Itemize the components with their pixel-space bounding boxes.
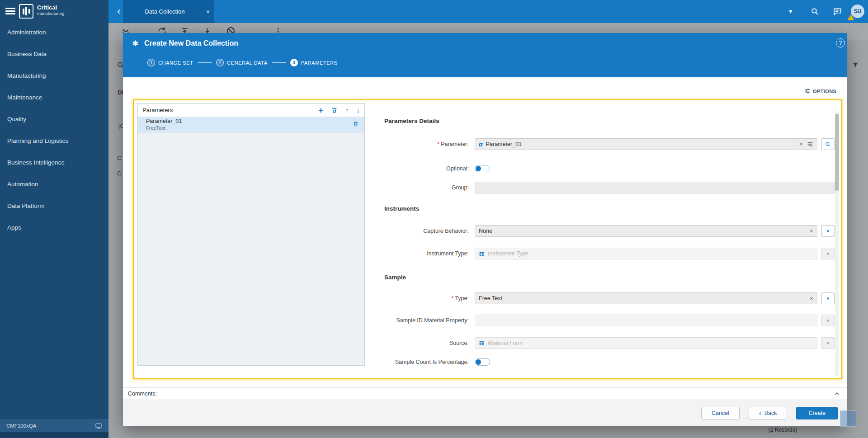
sidebar-item-label: Manufacturing xyxy=(7,72,46,79)
label-text: Sample ID Material Property: xyxy=(396,317,469,324)
sidebar-item-business-intelligence[interactable]: Business Intelligence xyxy=(0,151,108,173)
add-parameter-button[interactable]: + xyxy=(318,106,323,114)
tab-label: Data Collection xyxy=(123,8,202,15)
logo-subtitle: manufacturing xyxy=(37,11,64,16)
source-dropdown-button: ▾ xyxy=(821,337,835,349)
parameters-step-container: Parameters + ↑ ↓ ⋮⋮ Parameter_01 FreeTex… xyxy=(133,99,842,379)
connection-status-icon[interactable] xyxy=(95,422,102,429)
instrument-type-placeholder: Instrument Type xyxy=(488,250,528,257)
optional-toggle[interactable] xyxy=(475,165,490,172)
comments-section[interactable]: Comments: xyxy=(123,387,847,400)
avatar-initials: SU xyxy=(854,8,862,14)
hamburger-menu-icon[interactable] xyxy=(5,8,15,15)
type-value: Free Text xyxy=(479,295,502,301)
optional-field-label: Optional: xyxy=(351,163,469,174)
parameter-list-item-selected[interactable]: ⋮⋮ Parameter_01 FreeText xyxy=(138,117,364,132)
caret-down-icon: ▾ xyxy=(827,296,830,301)
warning-badge-icon[interactable] xyxy=(847,14,854,21)
capture-behavior-dropdown-button[interactable]: ▾ xyxy=(821,225,835,237)
tab-close-icon[interactable]: × xyxy=(202,8,214,15)
sidebar-item-label: Administration xyxy=(7,29,46,36)
sidebar-bottom-strip xyxy=(0,432,108,438)
parameter-value: Parameter_01 xyxy=(486,141,522,147)
environment-label: CMF100xQA xyxy=(6,423,36,429)
tab-data-collection[interactable]: Data Collection × xyxy=(123,0,214,23)
sidebar-item-maintenance[interactable]: Maintenance xyxy=(0,86,108,108)
clear-icon[interactable]: × xyxy=(810,295,813,302)
sidebar-item-label: Quality xyxy=(7,116,26,122)
move-up-button[interactable]: ↑ xyxy=(345,106,349,114)
group-input[interactable] xyxy=(475,182,835,193)
label-text: Source: xyxy=(449,340,469,346)
sidebar-item-label: Maintenance xyxy=(7,94,42,101)
drag-ghost-artifact xyxy=(840,410,856,427)
feedback-chat-icon[interactable] xyxy=(833,7,842,16)
sidebar-item-apps[interactable]: Apps xyxy=(0,217,108,238)
type-select[interactable]: Free Text × xyxy=(475,292,817,304)
label-text: Parameter: xyxy=(441,141,469,147)
move-down-button[interactable]: ↓ xyxy=(357,106,360,114)
wizard-footer: Cancel ‹Back Create xyxy=(123,400,847,426)
details-scrollbar[interactable] xyxy=(835,111,839,376)
sidebar-item-planning-and-logistics[interactable]: Planning and Logistics xyxy=(0,130,108,151)
step-change-set[interactable]: 1 CHANGE SET xyxy=(147,59,193,66)
tab-scroll-left-icon[interactable]: ‹ xyxy=(114,5,123,18)
clear-icon[interactable]: × xyxy=(810,227,813,235)
drag-handle-icon[interactable]: ⋮⋮ xyxy=(138,122,146,127)
parameters-list-panel: Parameters + ↑ ↓ ⋮⋮ Parameter_01 FreeTex… xyxy=(137,103,365,366)
sidebar-item-data-platform[interactable]: Data Platform xyxy=(0,195,108,217)
clear-icon[interactable]: × xyxy=(799,141,803,148)
alpha-entity-icon: α xyxy=(479,141,483,148)
advanced-filter-icon[interactable] xyxy=(807,141,813,147)
global-search-icon[interactable] xyxy=(811,7,819,16)
parameters-list-header: Parameters + ↑ ↓ xyxy=(138,104,364,117)
wizard-header: ✱ Create New Data Collection ? 1 CHANGE … xyxy=(123,33,847,77)
sidebar-item-label: Data Platform xyxy=(7,203,45,209)
instrument-type-dropdown-button: ▾ xyxy=(821,248,835,259)
instrument-type-field-label: Instrument Type: xyxy=(351,248,469,259)
help-icon[interactable]: ? xyxy=(836,38,845,47)
sample-id-dropdown-button: ▾ xyxy=(821,315,835,326)
label-text: Optional: xyxy=(446,165,469,172)
sidebar-item-manufacturing[interactable]: Manufacturing xyxy=(0,65,108,86)
create-button[interactable]: Create xyxy=(796,407,838,419)
sidebar-item-business-data[interactable]: Business Data xyxy=(0,43,108,65)
table-entity-icon xyxy=(479,251,485,257)
trash-icon xyxy=(353,121,359,127)
tab-list-caret-icon[interactable]: ▾ xyxy=(789,7,793,15)
capture-behavior-value: None xyxy=(479,228,492,234)
step-parameters[interactable]: 3 PARAMETERS xyxy=(290,59,338,66)
sample-count-is-percentage-toggle[interactable] xyxy=(475,358,490,366)
back-button[interactable]: ‹Back xyxy=(749,407,787,419)
delete-parameter-button[interactable] xyxy=(331,107,338,113)
step-number: 1 xyxy=(147,59,155,66)
sidebar-item-quality[interactable]: Quality xyxy=(0,108,108,130)
parameter-item-name: Parameter_01 xyxy=(146,118,353,124)
parameter-search-button[interactable] xyxy=(821,138,835,150)
capture-behavior-select[interactable]: None × xyxy=(475,225,817,237)
main-sidebar: Critical manufacturing Administration Bu… xyxy=(0,0,108,438)
sidebar-item-automation[interactable]: Automation xyxy=(0,173,108,195)
parameter-field-label: *Parameter: xyxy=(351,138,469,150)
capture-behavior-field-label: Capture Behavior: xyxy=(351,225,469,237)
step-general-data[interactable]: 2 GENERAL DATA xyxy=(216,59,268,66)
options-button[interactable]: OPTIONS xyxy=(804,88,836,94)
sample-count-is-percentage-field-label: Sample Count Is Percentage: xyxy=(351,356,469,368)
parameter-item-type: FreeText xyxy=(146,126,353,131)
sidebar-item-label: Apps xyxy=(7,224,21,231)
chevron-up-icon[interactable] xyxy=(833,390,840,397)
row-delete-button[interactable] xyxy=(353,121,364,129)
toggle-knob xyxy=(476,359,481,365)
group-field-label: Group: xyxy=(351,182,469,193)
label-text: Instrument Type: xyxy=(427,250,469,257)
critical-manufacturing-logo-icon xyxy=(19,4,33,19)
source-placeholder: Material Form xyxy=(488,340,523,346)
parameter-input[interactable]: α Parameter_01 × xyxy=(475,138,817,150)
cancel-button[interactable]: Cancel xyxy=(701,407,740,419)
scrollbar-thumb[interactable] xyxy=(835,114,839,191)
wizard-steps: 1 CHANGE SET 2 GENERAL DATA 3 PARAMETERS xyxy=(147,59,338,66)
required-marker: * xyxy=(452,295,454,301)
sidebar-item-administration[interactable]: Administration xyxy=(0,21,108,43)
step-number: 3 xyxy=(290,59,298,66)
type-dropdown-button[interactable]: ▾ xyxy=(821,292,835,304)
